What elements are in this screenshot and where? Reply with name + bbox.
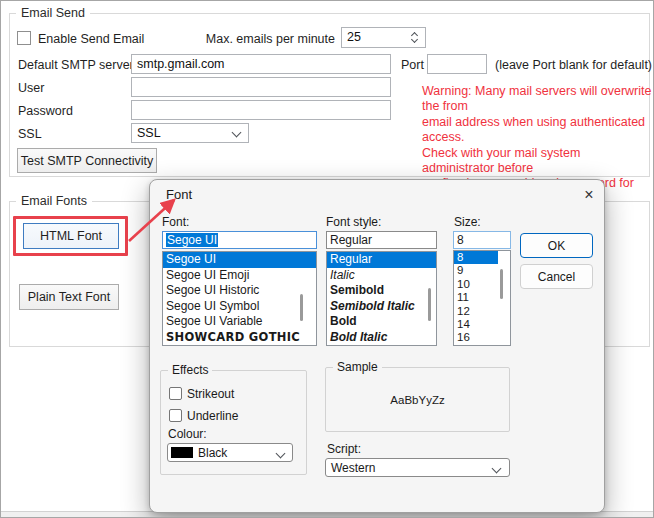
test-smtp-button-label: Test SMTP Connectivity [21, 154, 153, 168]
style-list-item[interactable]: Semibold Italic [327, 299, 436, 315]
chevron-down-icon [492, 464, 502, 474]
scrollbar-thumb[interactable] [428, 288, 431, 321]
size-list[interactable]: 8 9 10 11 12 14 16 [453, 250, 511, 346]
ssl-dropdown[interactable]: SSL [131, 123, 249, 143]
chevron-down-icon [276, 449, 286, 459]
max-emails-value: 25 [347, 30, 361, 44]
style-list-item[interactable]: Semibold [327, 283, 436, 299]
effects-group-label: Effects [168, 363, 212, 377]
underline-label: Underline [187, 409, 238, 423]
font-list-item[interactable]: Segoe UI Historic [163, 283, 316, 299]
scrollbar-thumb[interactable] [500, 269, 503, 299]
font-list[interactable]: Segoe UI Segoe UI Emoji Segoe UI Histori… [162, 251, 317, 346]
max-emails-spinner[interactable]: 25 [341, 27, 426, 48]
sample-text: AaBbYyZz [326, 368, 509, 431]
chevron-down-icon [232, 128, 242, 138]
font-style-label: Font style: [326, 215, 381, 229]
email-fonts-group-label: Email Fonts [16, 194, 92, 208]
size-list-item[interactable]: 12 [454, 305, 510, 318]
strikeout-label: Strikeout [187, 387, 234, 401]
max-emails-label: Max. emails per minute [201, 32, 335, 46]
ssl-value: SSL [137, 126, 161, 140]
port-input[interactable] [427, 54, 487, 74]
size-label: Size: [454, 215, 481, 229]
font-list-item[interactable]: Segoe UI Symbol [163, 299, 316, 315]
script-dropdown[interactable]: Western [325, 458, 510, 477]
scrollbar-thumb[interactable] [300, 294, 303, 321]
font-style-list[interactable]: Regular Italic Semibold Semibold Italic … [326, 251, 437, 346]
user-label: User [18, 81, 44, 95]
ok-button[interactable]: OK [520, 233, 593, 258]
size-value: 8 [457, 233, 464, 247]
black-color-swatch [171, 447, 193, 458]
size-list-item[interactable]: 8 [454, 251, 498, 264]
size-input[interactable]: 8 [453, 231, 511, 249]
style-list-item[interactable]: Italic [327, 268, 436, 284]
script-value: Western [331, 461, 375, 475]
port-hint: (leave Port blank for default) [495, 58, 652, 72]
enable-send-email-checkbox[interactable] [17, 31, 31, 45]
enable-send-email-label: Enable Send Email [38, 32, 144, 46]
cancel-button[interactable]: Cancel [520, 264, 593, 289]
email-send-group-label: Email Send [16, 6, 90, 20]
close-icon[interactable]: × [578, 184, 600, 206]
font-style-value: Regular [330, 233, 372, 247]
port-label: Port [401, 58, 424, 72]
password-input[interactable] [131, 100, 391, 120]
password-label: Password [18, 104, 73, 118]
font-style-input[interactable]: Regular [326, 231, 437, 249]
user-input[interactable] [131, 77, 391, 97]
strikeout-checkbox[interactable] [169, 387, 182, 400]
sample-group: Sample AaBbYyZz [325, 367, 510, 432]
cancel-button-label: Cancel [538, 270, 575, 284]
style-list-item[interactable]: Bold [327, 314, 436, 330]
ssl-label: SSL [18, 127, 42, 141]
font-list-item[interactable]: Segoe UI [163, 252, 316, 268]
red-highlight-annotation [13, 216, 128, 256]
red-arrow-annotation [119, 189, 187, 249]
style-list-item[interactable]: Regular [327, 252, 436, 268]
plain-text-font-button[interactable]: Plain Text Font [19, 284, 119, 310]
colour-value: Black [198, 446, 227, 460]
font-dialog: Font × Font: Segoe UI Segoe UI Segoe UI … [149, 179, 605, 513]
ok-button-label: OK [548, 239, 565, 253]
smtp-server-input[interactable] [131, 54, 391, 74]
test-smtp-button[interactable]: Test SMTP Connectivity [17, 148, 157, 173]
colour-label: Colour: [168, 427, 207, 441]
settings-window: Email Send Enable Send Email Max. emails… [0, 0, 654, 518]
colour-dropdown[interactable]: Black [167, 443, 293, 462]
size-list-item[interactable]: 14 [454, 318, 510, 331]
font-list-item[interactable]: Segoe UI Variable [163, 314, 316, 330]
plain-text-font-button-label: Plain Text Font [28, 290, 110, 304]
font-list-item[interactable]: Segoe UI Emoji [163, 268, 316, 284]
underline-checkbox[interactable] [169, 409, 182, 422]
style-list-item[interactable]: Bold Italic [327, 330, 436, 346]
size-list-item[interactable]: 16 [454, 331, 510, 344]
script-label: Script: [327, 442, 361, 456]
font-list-item[interactable]: Showcard Gothic [163, 330, 316, 346]
spinner-down-icon[interactable] [411, 36, 418, 43]
smtp-server-label: Default SMTP server [18, 58, 134, 72]
